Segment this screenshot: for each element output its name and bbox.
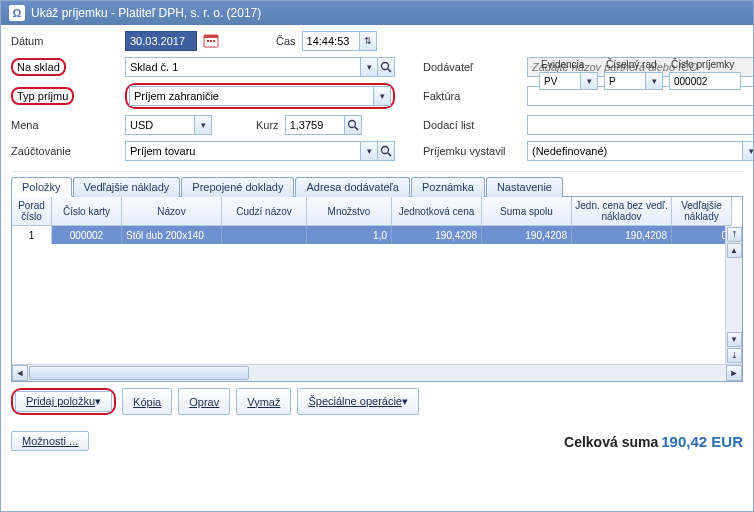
tabs: Položky Vedľajšie náklady Prepojené dokl… bbox=[11, 176, 743, 197]
svg-rect-3 bbox=[210, 40, 212, 42]
chevron-down-icon[interactable]: ▾ bbox=[580, 72, 598, 90]
zauctovanie-input[interactable] bbox=[125, 141, 361, 161]
col-porad[interactable]: Porad číslo bbox=[12, 197, 52, 226]
prijemku-vystavil-combo[interactable]: ▾ bbox=[527, 141, 754, 161]
chevron-down-icon[interactable]: ▾ bbox=[360, 57, 378, 77]
window-titlebar: Ω Ukáž príjemku - Platiteľ DPH, s. r. o.… bbox=[1, 1, 753, 25]
svg-point-11 bbox=[382, 147, 389, 154]
scroll-bottom-icon[interactable]: ⤓ bbox=[727, 348, 742, 363]
table-vertical-scroll[interactable]: ⤒ ▲ ▼ ⤓ bbox=[725, 226, 742, 364]
evidencia-combo[interactable]: ▾ bbox=[539, 72, 598, 90]
action-bar: Pridaj položku Kópia Oprav Vymaž Špeciál… bbox=[11, 382, 743, 421]
specialne-operacie-button[interactable]: Špeciálne operácie bbox=[297, 388, 419, 415]
chevron-down-icon[interactable]: ▾ bbox=[742, 141, 754, 161]
dodaci-list-input[interactable] bbox=[527, 115, 754, 135]
total-value: 190,42 EUR bbox=[661, 433, 743, 450]
window-title: Ukáž príjemku - Platiteľ DPH, s. r. o. (… bbox=[31, 6, 261, 20]
ciselny-rad-combo[interactable]: ▾ bbox=[604, 72, 663, 90]
na-sklad-combo[interactable]: ▾ bbox=[125, 57, 395, 77]
chevron-right-icon[interactable]: ► bbox=[726, 365, 742, 381]
svg-rect-4 bbox=[213, 40, 215, 42]
col-cislo[interactable]: Číslo karty bbox=[52, 197, 122, 226]
svg-line-12 bbox=[388, 153, 391, 156]
evidencia-label: Evidencia bbox=[539, 59, 598, 70]
col-cudzi[interactable]: Cudzí názov bbox=[222, 197, 307, 226]
col-suma[interactable]: Suma spolu bbox=[482, 197, 572, 226]
chevron-up-icon[interactable]: ▲ bbox=[727, 243, 742, 258]
items-table: Porad číslo Číslo karty Názov Cudzí názo… bbox=[11, 197, 743, 382]
pridaj-polozku-button[interactable]: Pridaj položku bbox=[15, 391, 112, 412]
tab-prepojene-doklady[interactable]: Prepojené doklady bbox=[181, 177, 294, 197]
svg-rect-2 bbox=[207, 40, 209, 42]
dodaci-list-label: Dodací list bbox=[423, 119, 523, 131]
cislo-prijemky-input[interactable] bbox=[669, 72, 741, 90]
cislo-prijemky-label: Číslo príjemky bbox=[669, 59, 741, 70]
cas-input[interactable] bbox=[302, 31, 360, 51]
svg-point-9 bbox=[348, 121, 355, 128]
typ-prijmu-label: Typ príjmu bbox=[11, 87, 74, 105]
prijemku-vystavil-label: Príjemku vystavil bbox=[423, 145, 523, 157]
col-nazov[interactable]: Názov bbox=[122, 197, 222, 226]
oprav-button[interactable]: Oprav bbox=[178, 388, 230, 415]
chevron-down-icon[interactable]: ▾ bbox=[360, 141, 378, 161]
svg-line-6 bbox=[388, 69, 391, 72]
chevron-down-icon[interactable]: ▾ bbox=[645, 72, 663, 90]
col-jedn-cena[interactable]: Jednotková cena bbox=[392, 197, 482, 226]
chevron-down-icon[interactable]: ▾ bbox=[373, 86, 391, 106]
moznosti-button[interactable]: Možnosti ... bbox=[11, 431, 89, 451]
search-icon[interactable] bbox=[377, 141, 395, 161]
svg-line-10 bbox=[355, 127, 358, 130]
tab-vedlajsie-naklady[interactable]: Vedľajšie náklady bbox=[73, 177, 181, 197]
id-strip: Evidencia ▾ Číselný rad ▾ Číslo príjemky bbox=[539, 59, 741, 90]
chevron-down-icon[interactable]: ▼ bbox=[727, 332, 742, 347]
vymaz-button[interactable]: Vymaž bbox=[236, 388, 291, 415]
ciselny-rad-input[interactable] bbox=[604, 72, 646, 90]
typ-prijmu-combo[interactable]: ▾ bbox=[129, 86, 391, 106]
kurz-input[interactable] bbox=[285, 115, 345, 135]
prijemku-vystavil-input[interactable] bbox=[527, 141, 743, 161]
cas-label: Čas bbox=[276, 35, 296, 47]
datum-label: Dátum bbox=[11, 35, 121, 47]
na-sklad-input[interactable] bbox=[125, 57, 361, 77]
mena-combo[interactable]: ▾ bbox=[125, 115, 212, 135]
mena-label: Mena bbox=[11, 119, 121, 131]
mena-input[interactable] bbox=[125, 115, 195, 135]
typ-prijmu-input[interactable] bbox=[129, 86, 374, 106]
ciselny-rad-label: Číselný rad bbox=[604, 59, 663, 70]
time-spinner[interactable]: ⇅ bbox=[359, 31, 377, 51]
total-label: Celková suma bbox=[564, 434, 658, 450]
dodavatel-label: Dodávateľ bbox=[423, 61, 523, 73]
evidencia-input[interactable] bbox=[539, 72, 581, 90]
kopia-button[interactable]: Kópia bbox=[122, 388, 172, 415]
app-icon: Ω bbox=[9, 5, 25, 21]
zauctovanie-label: Zaúčtovanie bbox=[11, 145, 121, 157]
zauctovanie-combo[interactable]: ▾ bbox=[125, 141, 395, 161]
tab-nastavenie[interactable]: Nastavenie bbox=[486, 177, 563, 197]
table-row[interactable]: 1 000002 Stôl dub 200x140 1,0 190,4208 1… bbox=[12, 226, 742, 244]
kurz-label: Kurz bbox=[256, 119, 279, 131]
scroll-thumb[interactable] bbox=[29, 366, 249, 380]
datum-input[interactable] bbox=[125, 31, 197, 51]
na-sklad-label: Na sklad bbox=[11, 58, 66, 76]
chevron-left-icon[interactable]: ◄ bbox=[12, 365, 28, 381]
chevron-down-icon[interactable]: ▾ bbox=[194, 115, 212, 135]
tab-polozky[interactable]: Položky bbox=[11, 177, 72, 197]
table-horizontal-scroll[interactable]: ◄ ► bbox=[12, 364, 742, 381]
tab-adresa-dodavatela[interactable]: Adresa dodávateľa bbox=[295, 177, 410, 197]
faktura-label: Faktúra bbox=[423, 90, 523, 102]
calendar-icon[interactable] bbox=[202, 31, 220, 51]
svg-rect-1 bbox=[204, 35, 218, 38]
header-form: Dátum Čas ⇅ Na sklad ▾ Dodávateľ bbox=[11, 31, 743, 161]
scroll-top-icon[interactable]: ⤒ bbox=[727, 227, 742, 242]
tab-poznamka[interactable]: Poznámka bbox=[411, 177, 485, 197]
footer: Možnosti ... Celková suma 190,42 EUR bbox=[1, 427, 753, 457]
col-mnozstvo[interactable]: Množstvo bbox=[307, 197, 392, 226]
search-icon[interactable] bbox=[377, 57, 395, 77]
svg-point-5 bbox=[382, 63, 389, 70]
col-jedn-bez[interactable]: Jedn. cena bez vedľ. nákladov bbox=[572, 197, 672, 226]
col-vedl[interactable]: Vedľajšie náklady bbox=[672, 197, 732, 226]
search-icon[interactable] bbox=[344, 115, 362, 135]
